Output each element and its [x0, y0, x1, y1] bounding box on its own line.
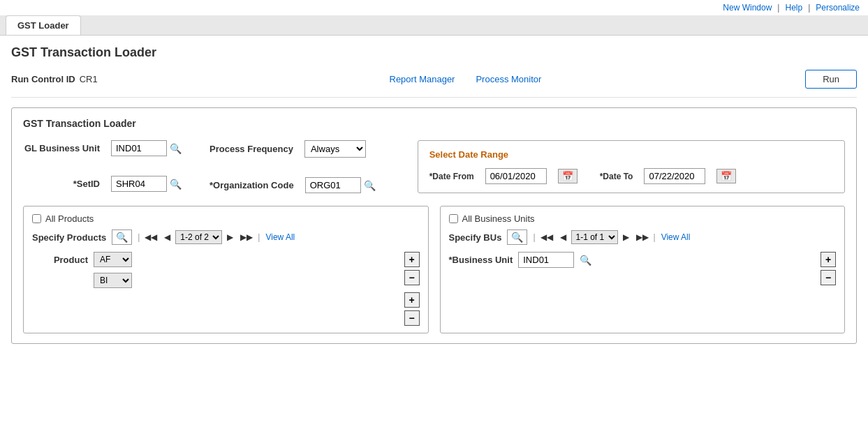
- nav-links: Report Manager Process Monitor: [126, 74, 805, 84]
- gl-bu-search-icon[interactable]: 🔍: [170, 143, 182, 154]
- products-rows-area: Product AF BF CF BI CI: [32, 252, 399, 288]
- date-to-calendar-icon[interactable]: 📅: [716, 169, 736, 183]
- products-first-btn[interactable]: ◀◀: [142, 232, 159, 243]
- all-bu-label: All Business Units: [462, 213, 535, 224]
- help-link[interactable]: Help: [785, 3, 802, 13]
- main-section-box: GST Transaction Loader GL Business Unit …: [11, 107, 857, 344]
- setid-search-icon[interactable]: 🔍: [170, 179, 182, 190]
- all-products-label: All Products: [45, 213, 94, 224]
- bu-first-btn[interactable]: ◀◀: [538, 232, 555, 243]
- run-control-label: Run Control ID: [11, 74, 75, 84]
- product2-add-btn[interactable]: +: [404, 292, 420, 308]
- bu-page-select[interactable]: 1-1 of 1: [571, 230, 618, 244]
- gl-bu-row: GL Business Unit 🔍: [23, 140, 182, 156]
- specify-products-header: Specify Products 🔍 | ◀◀ ◀ 1-2 of 2 ▶ ▶▶ …: [32, 229, 420, 245]
- all-bu-check-row: All Business Units: [449, 213, 837, 224]
- bu-view-all-link[interactable]: View All: [661, 232, 691, 242]
- bu-remove-btn[interactable]: −: [821, 270, 836, 285]
- gst-loader-tab[interactable]: GST Loader: [6, 15, 81, 35]
- pipe3: |: [533, 232, 535, 242]
- form-middle: Process Frequency Always Once Don't Run …: [209, 140, 376, 203]
- product-row-1: Product AF BF CF: [32, 252, 399, 267]
- date-to-label: *Date To: [600, 172, 633, 181]
- pipe1: |: [138, 232, 140, 242]
- gl-bu-label: GL Business Unit: [23, 143, 100, 153]
- page-content: GST Transaction Loader Run Control ID CR…: [0, 36, 868, 363]
- org-code-search-icon[interactable]: 🔍: [364, 180, 376, 191]
- tab-label: GST Loader: [17, 20, 69, 31]
- section-title: GST Transaction Loader: [23, 118, 845, 129]
- product-row-2: BI CI DI: [32, 273, 399, 288]
- pipe2: |: [258, 232, 260, 242]
- date-to-input[interactable]: [644, 168, 705, 184]
- bu-sub-section: All Business Units Specify BUs 🔍 | ◀◀ ◀ …: [440, 206, 846, 333]
- product2-select[interactable]: BI CI DI: [94, 273, 132, 288]
- bu-btn-group: + −: [821, 252, 836, 285]
- products-sub-section: All Products Specify Products 🔍 | ◀◀ ◀ 1…: [23, 206, 429, 333]
- bu-search-icon[interactable]: 🔍: [580, 255, 591, 266]
- org-code-input[interactable]: [305, 177, 361, 193]
- specify-bus-title: Specify BUs: [449, 232, 502, 243]
- products-view-all-link[interactable]: View All: [265, 232, 295, 242]
- setid-label: *SetID: [23, 179, 100, 189]
- run-button[interactable]: Run: [805, 70, 857, 89]
- bu-prev-btn[interactable]: ◀: [558, 232, 568, 243]
- pipe4: |: [654, 232, 656, 242]
- date-row: *Date From 📅 *Date To 📅: [429, 168, 833, 184]
- product2-remove-btn[interactable]: −: [404, 310, 420, 326]
- products-last-btn[interactable]: ▶▶: [238, 232, 255, 243]
- bu-add-btn[interactable]: +: [821, 252, 836, 267]
- form-left: GL Business Unit 🔍 *SetID 🔍: [23, 140, 182, 202]
- process-freq-field: Always Once Don't Run: [304, 140, 366, 158]
- date-from-calendar-icon[interactable]: 📅: [558, 169, 578, 183]
- two-col-sections: All Products Specify Products 🔍 | ◀◀ ◀ 1…: [23, 206, 845, 333]
- products-btn-group: + − + −: [404, 252, 420, 326]
- setid-field: 🔍: [111, 176, 182, 192]
- date-from-label: *Date From: [429, 172, 474, 181]
- process-freq-row: Process Frequency Always Once Don't Run: [209, 140, 376, 158]
- products-prev-btn[interactable]: ◀: [162, 232, 172, 243]
- bu-search-btn[interactable]: 🔍: [507, 229, 527, 245]
- product-label: Product: [32, 255, 88, 265]
- separator2: |: [808, 3, 810, 13]
- date-range-title: Select Date Range: [429, 149, 833, 160]
- all-products-check-row: All Products: [32, 213, 420, 224]
- products-next-btn[interactable]: ▶: [225, 232, 235, 243]
- personalize-link[interactable]: Personalize: [816, 3, 860, 13]
- report-manager-link[interactable]: Report Manager: [390, 74, 455, 84]
- run-control-value: CR1: [80, 74, 98, 84]
- org-code-field: 🔍: [305, 177, 376, 193]
- bu-next-btn[interactable]: ▶: [621, 232, 631, 243]
- gl-bu-input[interactable]: [111, 140, 167, 156]
- product1-remove-btn[interactable]: −: [404, 270, 420, 285]
- process-monitor-link[interactable]: Process Monitor: [476, 74, 541, 84]
- bu-label: *Business Unit: [449, 255, 513, 265]
- process-freq-select[interactable]: Always Once Don't Run: [304, 140, 366, 158]
- products-search-btn[interactable]: 🔍: [112, 229, 132, 245]
- bu-input[interactable]: [518, 252, 574, 268]
- products-pagination-bar: | ◀◀ ◀ 1-2 of 2 ▶ ▶▶ | View All: [138, 230, 295, 244]
- bu-pagination-bar: | ◀◀ ◀ 1-1 of 1 ▶ ▶▶ | View All: [533, 230, 690, 244]
- bu-grid: *Business Unit 🔍 + −: [449, 252, 837, 285]
- product1-add-btn[interactable]: +: [404, 252, 420, 267]
- specify-bus-header: Specify BUs 🔍 | ◀◀ ◀ 1-1 of 1 ▶ ▶▶ | Vie…: [449, 229, 837, 245]
- gl-bu-field: 🔍: [111, 140, 182, 156]
- setid-row: *SetID 🔍: [23, 176, 182, 192]
- all-bu-checkbox[interactable]: [449, 214, 458, 223]
- form-right: Select Date Range *Date From 📅 *Date To …: [418, 140, 845, 193]
- org-code-row: *Organization Code 🔍: [209, 177, 376, 193]
- date-range-box: Select Date Range *Date From 📅 *Date To …: [418, 140, 845, 193]
- tab-bar: GST Loader: [0, 15, 868, 36]
- form-fields-main: GL Business Unit 🔍 *SetID 🔍 Proce: [23, 140, 845, 203]
- date-from-input[interactable]: [485, 168, 547, 184]
- products-page-select[interactable]: 1-2 of 2: [175, 230, 222, 244]
- new-window-link[interactable]: New Window: [723, 3, 772, 13]
- separator1: |: [777, 3, 779, 13]
- product1-select[interactable]: AF BF CF: [94, 252, 132, 267]
- bu-row-1: *Business Unit 🔍: [449, 252, 816, 268]
- bu-last-btn[interactable]: ▶▶: [634, 232, 651, 243]
- all-products-checkbox[interactable]: [32, 214, 41, 223]
- setid-input[interactable]: [111, 176, 167, 192]
- bu-rows-area: *Business Unit 🔍: [449, 252, 816, 273]
- run-control-bar: Run Control ID CR1 Report Manager Proces…: [11, 70, 857, 98]
